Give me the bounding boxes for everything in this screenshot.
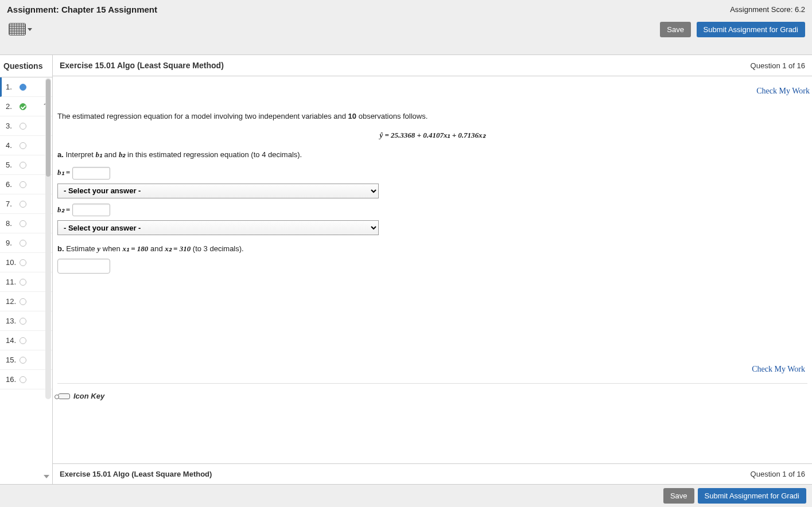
y-estimate-input[interactable] xyxy=(57,259,110,274)
question-number: 13. xyxy=(6,317,20,325)
status-icon xyxy=(20,298,26,305)
status-icon xyxy=(20,357,26,364)
sidebar-item-q15[interactable]: 15. xyxy=(0,350,52,370)
sidebar-item-q14[interactable]: 14. xyxy=(0,331,52,350)
question-number: 4. xyxy=(6,141,20,150)
question-number: 15. xyxy=(6,356,20,364)
sidebar-item-q11[interactable]: 11. xyxy=(0,272,52,292)
problem-text: The estimated regression equation for a … xyxy=(57,110,812,408)
chevron-down-icon xyxy=(28,28,32,31)
question-number: 9. xyxy=(6,239,20,247)
sidebar-item-q6[interactable]: 6. xyxy=(0,175,52,194)
keyboard-icon xyxy=(9,23,26,36)
question-number: 11. xyxy=(6,278,20,286)
question-number: 10. xyxy=(6,258,20,267)
question-number: 12. xyxy=(6,297,20,306)
question-number: 8. xyxy=(6,219,20,228)
questions-sidebar: Questions 1.2.3.4.5.6.7.8.9.10.11.12.13.… xyxy=(0,55,53,484)
sidebar-title: Questions xyxy=(0,55,52,77)
question-number: 3. xyxy=(6,122,20,130)
question-number: 14. xyxy=(6,336,20,345)
sidebar-item-q12[interactable]: 12. xyxy=(0,292,52,311)
header-bar: Assignment: Chapter 15 Assignment Assign… xyxy=(0,0,812,55)
status-icon xyxy=(20,376,26,383)
status-icon xyxy=(20,201,26,208)
question-number: 6. xyxy=(6,180,20,189)
sidebar-item-q10[interactable]: 10. xyxy=(0,253,52,272)
footer-exercise-title: Exercise 15.01 Algo (Least Square Method… xyxy=(60,470,212,478)
question-number: 16. xyxy=(6,375,20,384)
question-number: 5. xyxy=(6,161,20,169)
bottom-bar: Save Submit Assignment for Gradi xyxy=(0,484,812,507)
status-icon xyxy=(20,142,26,149)
b2-input[interactable] xyxy=(72,204,110,216)
assignment-score: Assignment Score: 6.2 xyxy=(730,5,805,14)
status-icon xyxy=(20,337,26,344)
b1-select[interactable]: - Select your answer - xyxy=(57,184,379,198)
status-icon xyxy=(20,123,26,130)
sidebar-item-q3[interactable]: 3. xyxy=(0,116,52,136)
sidebar-item-q5[interactable]: 5. xyxy=(0,155,52,175)
status-icon xyxy=(20,220,26,227)
check-my-work-link-bottom[interactable]: Check My Work xyxy=(57,354,807,383)
content-footer: Exercise 15.01 Algo (Least Square Method… xyxy=(53,463,812,484)
status-icon xyxy=(20,103,26,110)
submit-button[interactable]: Submit Assignment for Gradi xyxy=(697,22,805,37)
b1-input[interactable] xyxy=(72,167,110,180)
sidebar-item-q7[interactable]: 7. xyxy=(0,194,52,214)
b1-label: b₁ = xyxy=(57,168,70,177)
exercise-title: Exercise 15.01 Algo (Least Square Method… xyxy=(60,61,224,70)
content-body: Check My Work The estimated regression e… xyxy=(53,76,812,463)
question-counter: Question 1 of 16 xyxy=(751,61,805,70)
sidebar-item-q13[interactable]: 13. xyxy=(0,311,52,331)
status-icon xyxy=(20,84,26,91)
assignment-title: Assignment: Chapter 15 Assignment xyxy=(7,5,157,14)
sidebar-item-q2[interactable]: 2. xyxy=(0,97,52,116)
question-number: 1. xyxy=(6,83,20,91)
regression-equation: ŷ = 25.3368 + 0.4107x₁ + 0.7136x₂ xyxy=(57,128,807,143)
sidebar-scrollbar[interactable] xyxy=(45,78,51,399)
keyboard-toggle[interactable] xyxy=(7,21,34,37)
status-icon xyxy=(20,279,26,286)
scroll-down-icon[interactable] xyxy=(44,475,49,478)
icon-key-label: Icon Key xyxy=(73,389,104,404)
part-a-label: a. xyxy=(57,150,64,159)
content-pane: Exercise 15.01 Algo (Least Square Method… xyxy=(53,55,812,484)
status-icon xyxy=(20,162,26,169)
sidebar-item-q8[interactable]: 8. xyxy=(0,214,52,233)
part-b-label: b. xyxy=(57,244,64,253)
sidebar-item-q4[interactable]: 4. xyxy=(0,136,52,155)
status-icon xyxy=(20,318,26,325)
question-number: 2. xyxy=(6,102,20,111)
content-header: Exercise 15.01 Algo (Least Square Method… xyxy=(53,55,812,76)
submit-button-bottom[interactable]: Submit Assignment for Gradi xyxy=(698,488,806,504)
b2-label: b₂ = xyxy=(57,205,70,214)
question-list: 1.2.3.4.5.6.7.8.9.10.11.12.13.14.15.16. xyxy=(0,77,52,484)
sidebar-item-q1[interactable]: 1. xyxy=(0,77,52,97)
icon-key-row[interactable]: Icon Key xyxy=(57,383,807,408)
status-icon xyxy=(20,181,26,188)
check-my-work-link[interactable]: Check My Work xyxy=(57,79,812,110)
status-icon xyxy=(20,259,26,266)
question-number: 7. xyxy=(6,200,20,208)
status-icon xyxy=(20,240,26,247)
sidebar-item-q16[interactable]: 16. xyxy=(0,370,52,389)
b2-select[interactable]: - Select your answer - xyxy=(57,220,379,235)
key-icon xyxy=(57,393,70,399)
sidebar-item-q9[interactable]: 9. xyxy=(0,233,52,253)
footer-counter: Question 1 of 16 xyxy=(751,470,805,478)
save-button[interactable]: Save xyxy=(660,22,691,37)
save-button-bottom[interactable]: Save xyxy=(663,488,694,504)
